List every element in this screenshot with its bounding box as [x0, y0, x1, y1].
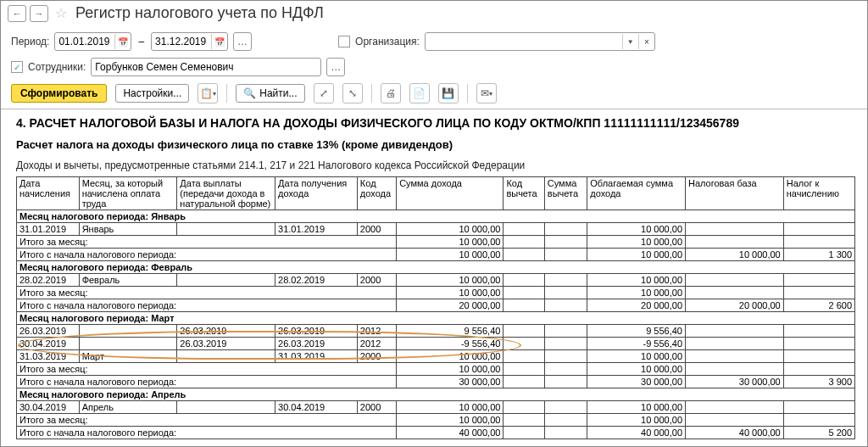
cell: 30.04.2019	[17, 401, 80, 414]
cell: 30.04.2019	[17, 338, 80, 350]
cell: 20 000,00	[686, 299, 784, 312]
cell: 1 300	[783, 249, 854, 261]
month-header-row: Месяц налогового периода: Апрель	[17, 388, 855, 401]
cell	[504, 249, 544, 261]
period-total-row: Итого с начала налогового периода:10 000…	[17, 249, 855, 261]
col-receipt-date: Дата получения дохода	[275, 177, 358, 210]
cell	[504, 338, 544, 350]
cell	[783, 401, 854, 414]
favorite-icon[interactable]: ☆	[55, 5, 67, 21]
cell: 26.03.2019	[177, 325, 275, 338]
save-icon[interactable]: 💾	[438, 83, 459, 103]
cell	[783, 414, 854, 427]
cell	[177, 274, 275, 287]
report-note: Доходы и вычеты, предусмотренные статьям…	[16, 159, 859, 171]
print-icon[interactable]: 🖨	[381, 83, 401, 103]
cell: 3 900	[783, 376, 854, 388]
table-row: 30.04.2019Апрель30.04.2019200010 000,001…	[17, 401, 855, 414]
cell	[544, 414, 587, 427]
copy-icon[interactable]: 📋▾	[198, 83, 218, 103]
cell: 31.03.2019	[275, 350, 358, 363]
cell	[686, 401, 784, 414]
cell	[686, 287, 784, 299]
report-icon[interactable]: 📄	[409, 83, 430, 103]
collapse-tool-icon[interactable]: ⤡	[342, 83, 363, 103]
cell: -9 556,40	[587, 338, 686, 350]
col-deduct-sum: Сумма вычета	[544, 177, 587, 210]
cell	[783, 287, 854, 299]
cell	[544, 299, 587, 312]
org-label: Организация:	[355, 36, 420, 47]
find-label: Найти...	[259, 87, 297, 99]
period-total-row: Итого с начала налогового периода:40 000…	[17, 427, 855, 439]
table-row: 26.03.201926.03.201926.03.201920129 556,…	[17, 325, 855, 338]
period-total-label: Итого с начала налогового периода:	[17, 249, 397, 261]
employee-field[interactable]: Горбунков Семен Семенович	[91, 58, 321, 76]
cell: 10 000,00	[397, 401, 504, 414]
cell	[504, 350, 544, 363]
month-total-label: Итого за месяц:	[17, 236, 397, 249]
cell: 30 000,00	[397, 376, 504, 388]
period-more-button[interactable]: …	[233, 32, 252, 51]
col-payment-date: Дата выплаты (передачи дохода в натураль…	[177, 177, 275, 210]
month-total-row: Итого за месяц:10 000,0010 000,00	[17, 363, 855, 376]
find-button[interactable]: 🔍 Найти...	[236, 84, 304, 103]
report-subheading: Расчет налога на доходы физического лица…	[16, 138, 859, 151]
col-tax-accrued: Налог к начислению	[783, 177, 854, 210]
cell	[504, 325, 544, 338]
expand-tool-icon[interactable]: ⤢	[314, 83, 334, 103]
cell: Апрель	[79, 401, 177, 414]
cell: 10 000,00	[587, 401, 686, 414]
cell: 10 000,00	[587, 414, 686, 427]
month-total-row: Итого за месяц:10 000,0010 000,00	[17, 414, 855, 427]
generate-button[interactable]: Сформировать	[11, 84, 107, 103]
cell: 10 000,00	[397, 287, 504, 299]
cell: 2000	[357, 401, 396, 414]
back-button[interactable]: ←	[8, 5, 26, 22]
calendar-icon[interactable]: 📅	[211, 34, 227, 49]
col-income-sum: Сумма дохода	[397, 177, 504, 210]
table-row: 31.03.2019Март31.03.2019200010 000,0010 …	[17, 350, 855, 363]
cell: 2012	[357, 325, 396, 338]
cell: 28.02.2019	[17, 274, 80, 287]
cell	[544, 363, 587, 376]
table-header-row: Дата начисления Месяц, за который начисл…	[17, 177, 855, 210]
cell: 10 000,00	[397, 236, 504, 249]
month-header-cell: Месяц налогового периода: Апрель	[17, 388, 855, 401]
cell: 10 000,00	[587, 249, 686, 261]
cell: 31.03.2019	[17, 350, 80, 363]
cell: 26.03.2019	[275, 325, 358, 338]
col-deduct-code: Код вычета	[504, 177, 544, 210]
org-checkbox[interactable]	[338, 36, 350, 47]
org-clear-icon[interactable]: ×	[638, 34, 654, 49]
chevron-down-icon[interactable]: ▼	[622, 34, 638, 49]
period-total-label: Итого с начала налогового периода:	[17, 299, 397, 312]
cell: Март	[79, 350, 177, 363]
employee-checkbox[interactable]: ✓	[11, 61, 23, 73]
forward-button[interactable]: →	[30, 5, 48, 22]
cell	[783, 350, 854, 363]
cell	[544, 249, 587, 261]
cell: 40 000,00	[397, 427, 504, 439]
cell	[783, 236, 854, 249]
date-to-field[interactable]: 31.12.2019 📅	[151, 32, 228, 51]
cell: 10 000,00	[587, 287, 686, 299]
cell: 9 556,40	[397, 325, 504, 338]
org-field[interactable]: ▼ ×	[425, 32, 655, 51]
cell: 10 000,00	[397, 223, 504, 236]
cell: Январь	[79, 223, 177, 236]
month-header-row: Месяц налогового периода: Январь	[17, 210, 855, 223]
col-date-accrual: Дата начисления	[17, 177, 80, 210]
date-from-field[interactable]: 01.01.2019 📅	[54, 32, 131, 51]
cell	[177, 350, 275, 363]
cell	[504, 376, 544, 388]
employee-more-button[interactable]: …	[326, 58, 345, 76]
cell: 2000	[357, 223, 396, 236]
cell	[783, 338, 854, 350]
calendar-icon[interactable]: 📅	[114, 34, 131, 49]
mail-icon[interactable]: ✉▾	[476, 83, 497, 103]
settings-button[interactable]: Настройки...	[115, 84, 189, 103]
employee-row: ✓ Сотрудники: Горбунков Семен Семенович …	[1, 54, 867, 80]
cell: 5 200	[783, 427, 854, 439]
cell	[783, 223, 854, 236]
